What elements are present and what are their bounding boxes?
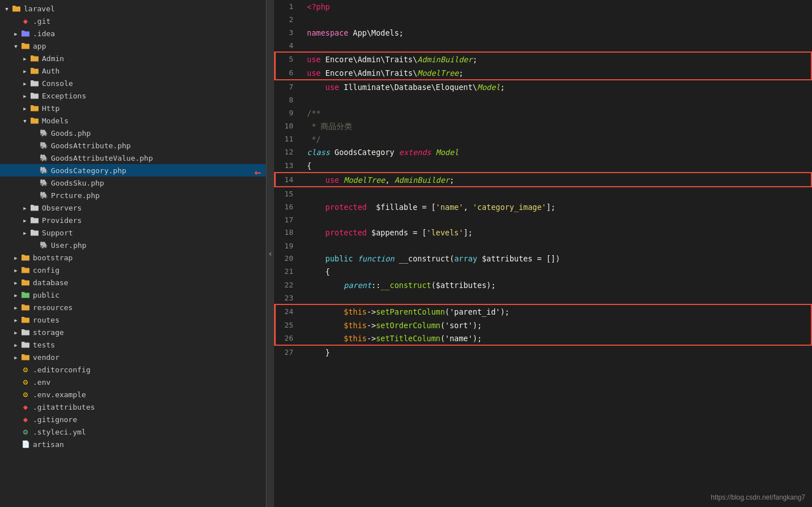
code-line: 5use Encore\Admin\Traits\AdminBuilder; <box>274 51 812 66</box>
sidebar-item-database[interactable]: database <box>0 276 266 289</box>
sidebar-item-goodssku[interactable]: GoodsSku.php <box>0 177 266 189</box>
line-number: 17 <box>274 213 302 226</box>
auth-icon <box>29 66 40 76</box>
tests-arrow <box>11 342 20 348</box>
gitattributes-icon: ◆ <box>20 402 31 412</box>
line-number: 23 <box>274 291 302 304</box>
sidebar-item-auth[interactable]: Auth <box>0 65 266 77</box>
sidebar-item-providers[interactable]: Providers <box>0 214 266 226</box>
resources-icon <box>20 302 31 312</box>
sidebar-item-observers[interactable]: Observers <box>0 201 266 214</box>
line-content: /** <box>302 106 812 119</box>
editorconfig-icon: ⚙ <box>20 364 31 375</box>
sidebar-item-goodsattr[interactable]: GoodsAttribute.php <box>0 139 266 152</box>
models-label: Models <box>42 117 69 125</box>
code-line: 26 $this->setTitleColumn('name'); <box>274 332 812 346</box>
line-number: 9 <box>274 106 302 119</box>
user-php-icon <box>39 240 49 250</box>
sidebar-item-resources[interactable]: resources <box>0 301 266 313</box>
line-content: */ <box>302 132 812 145</box>
admin-icon <box>29 53 40 63</box>
code-line: 25 $this->setOrderColumn('sort'); <box>274 319 812 332</box>
auth-label: Auth <box>42 67 59 75</box>
line-content: protected $fillable = ['name', 'category… <box>302 200 812 213</box>
git-icon: ◆ <box>20 16 31 26</box>
sidebar-item-artisan[interactable]: 📄 artisan <box>0 438 266 450</box>
code-line: 10 * 商品分类 <box>274 119 812 132</box>
line-number: 14 <box>274 172 302 187</box>
idea-icon <box>20 28 31 38</box>
code-line: 24 $this->setParentColumn('parent_id'); <box>274 304 812 318</box>
line-number: 5 <box>274 51 302 66</box>
code-line: 19 <box>274 239 812 252</box>
providers-icon <box>29 215 40 225</box>
line-content <box>302 291 812 304</box>
root-label: laravel <box>24 5 55 13</box>
line-content: $this->setTitleColumn('name'); <box>302 332 812 346</box>
gitignore-icon: ◆ <box>20 414 31 424</box>
root-arrow <box>2 6 11 12</box>
sidebar-item-config[interactable]: config <box>0 264 266 276</box>
sidebar-collapse-button[interactable]: ‹ <box>266 0 274 507</box>
line-number: 8 <box>274 93 302 106</box>
sidebar-item-app[interactable]: app <box>0 40 266 52</box>
sidebar-item-support[interactable]: Support <box>0 226 266 239</box>
code-line: 2 <box>274 13 812 25</box>
sidebar-item-goodscat[interactable]: GoodsCategory.php ← <box>0 164 266 177</box>
code-line: 7 use Illuminate\Database\Eloquent\Model… <box>274 80 812 93</box>
sidebar-item-routes[interactable]: routes <box>0 313 266 326</box>
sidebar-item-idea[interactable]: .idea <box>0 27 266 40</box>
line-number: 6 <box>274 66 302 80</box>
sidebar-item-styleci[interactable]: ⚙ .styleci.yml <box>0 426 266 438</box>
bootstrap-label: bootstrap <box>33 254 72 262</box>
sidebar-item-editorconfig[interactable]: ⚙ .editorconfig <box>0 363 266 376</box>
admin-label: Admin <box>42 54 64 63</box>
code-editor[interactable]: 1<?php23namespace App\Models;45use Encor… <box>274 0 812 507</box>
sidebar-item-console[interactable]: Console <box>0 77 266 89</box>
sidebar-item-tests[interactable]: tests <box>0 338 266 351</box>
sidebar-item-goodsattrval[interactable]: GoodsAttributeValue.php <box>0 152 266 164</box>
line-content: $this->setOrderColumn('sort'); <box>302 319 812 332</box>
file-tree[interactable]: laravel ◆ .git .idea app Admin Au <box>0 0 266 507</box>
line-content: protected $appends = ['levels']; <box>302 226 812 239</box>
sidebar-item-models[interactable]: Models <box>0 114 266 127</box>
sidebar-item-env[interactable]: ⚙ .env <box>0 376 266 388</box>
line-number: 24 <box>274 304 302 318</box>
styleci-icon: ⚙ <box>20 427 31 437</box>
tree-root[interactable]: laravel <box>0 2 266 15</box>
sidebar-item-storage[interactable]: storage <box>0 326 266 338</box>
support-label: Support <box>42 229 73 237</box>
sidebar-item-bootstrap[interactable]: bootstrap <box>0 251 266 264</box>
sidebar-item-envexample[interactable]: ⚙ .env.example <box>0 388 266 401</box>
observers-icon <box>29 203 40 213</box>
http-label: Http <box>42 104 59 113</box>
sidebar-item-vendor[interactable]: vendor <box>0 351 266 363</box>
code-line: 20 public function __construct(array $at… <box>274 252 812 265</box>
user-label: User.php <box>51 241 87 250</box>
sidebar-item-git[interactable]: ◆ .git <box>0 15 266 27</box>
observers-arrow <box>20 205 29 211</box>
resources-label: resources <box>33 303 72 312</box>
sidebar-item-exceptions[interactable]: Exceptions <box>0 89 266 102</box>
watermark: https://blog.csdn.net/fangkang7 <box>711 493 805 501</box>
sidebar-item-http[interactable]: Http <box>0 102 266 114</box>
support-icon <box>29 227 40 238</box>
idea-label: .idea <box>33 29 55 38</box>
code-line: 23 <box>274 291 812 304</box>
goodsattrval-label: GoodsAttributeValue.php <box>51 154 153 162</box>
goodsattr-php-icon <box>39 140 49 151</box>
sidebar-item-gitignore[interactable]: ◆ .gitignore <box>0 413 266 426</box>
sidebar-item-picture[interactable]: Prcture.php <box>0 189 266 201</box>
database-icon <box>20 277 31 287</box>
sidebar-item-gitattributes[interactable]: ◆ .gitattributes <box>0 401 266 413</box>
sidebar-item-goods[interactable]: Goods.php <box>0 127 266 139</box>
support-arrow <box>20 230 29 236</box>
line-number: 19 <box>274 239 302 252</box>
goodssku-label: GoodsSku.php <box>51 179 104 187</box>
sidebar-item-user[interactable]: User.php <box>0 239 266 251</box>
goods-php-icon <box>39 128 49 138</box>
sidebar-item-admin[interactable]: Admin <box>0 52 266 65</box>
database-label: database <box>33 278 69 287</box>
line-content <box>302 13 812 25</box>
sidebar-item-public[interactable]: public <box>0 289 266 301</box>
